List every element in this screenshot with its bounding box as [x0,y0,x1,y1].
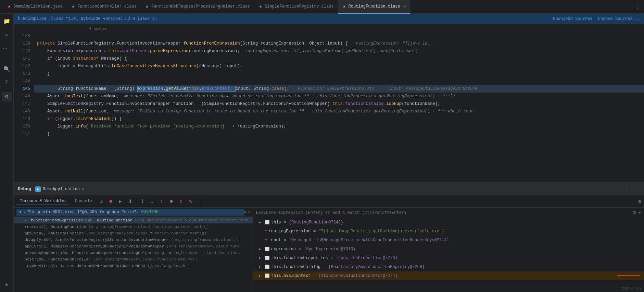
frame-item-0[interactable]: ⇨ functionFromExpression:201, RoutingFun… [14,217,253,223]
frame-item-6[interactable]: post:108, FunctionController (org.spring… [14,256,253,263]
download-sources-button[interactable]: Download Sources [553,16,592,21]
debug-toolbar: Threads & Variables Console ↺ ■ ▶ ⏸ ⤵ ↓ … [14,195,644,208]
eval-down-icon[interactable]: ▾ [639,210,641,216]
var-value-expression: {SpelExpression@7313} [304,246,355,253]
svg-marker-1 [617,274,619,277]
var-item-this[interactable]: ▶ ⬜ this = {RoutingFunction@7248} [253,218,644,227]
frame-item-7[interactable]: invokeVirtual:-1, LambdaForm$DMH/0x00000… [14,263,253,269]
tab-console[interactable]: Console [72,198,96,205]
var-type-icon-eval: ⬜ [265,272,270,279]
structure-icon[interactable]: T [2,78,12,88]
more-icon[interactable]: ··· [2,44,12,53]
tab-more-button[interactable]: ⋮ [632,3,644,10]
debug-title: Debug [18,186,31,192]
debug-more-button[interactable]: ⋮ [624,186,630,193]
var-eq-input: = [284,237,286,244]
run-cursor-button[interactable]: ⊕ [167,197,175,206]
var-item-eval-context[interactable]: ▶ ⬜ this.evalContext = {StandardEvaluati… [253,271,644,280]
info-bar-actions: Download Sources Choose Sources... [553,16,640,21]
var-item-func-props[interactable]: ▶ ⬜ this.functionProperties = {FunctionP… [253,254,644,263]
frame-item-5[interactable]: processRequest:100, FunctionWebRequestPr… [14,250,253,256]
var-value-routing: "T(java.lang.Runtime).getRuntime().exec(… [318,228,446,235]
debug-body: ▼ ✔ "http-nio-8081-exec-1"@5,405 in grou… [14,208,644,292]
variables-panel: ⊡ ▾ ▶ ⬜ this = {RoutingFunction@7248} [253,208,644,292]
var-item-expression[interactable]: ▶ ⬜ expression = {SpelExpression@7313} [253,245,644,254]
code-scroll: 138 139 140 141 142 143 144 145 146 147 … [14,24,644,182]
frame-label-6: post:108, FunctionController (org.spring… [25,257,197,261]
step-over-button[interactable]: ⤵ [138,197,147,206]
session-close-button[interactable]: ✕ [82,186,85,192]
var-item-routing[interactable]: ⊕ routingExpression = "T(java.lang.Runti… [253,227,644,236]
code-line-149: if (logger.isInfoEnabled()) { [34,115,644,123]
info-message: Decompiled .class file, bytecode version… [22,16,157,21]
var-value-this: {RoutingFunction@7248} [289,219,343,226]
class-icon-2: ◉ [145,4,150,9]
stop-all-button[interactable]: ⊘ [177,197,185,206]
eval-input[interactable] [256,210,633,215]
var-value-input: {MessageUtils$MessageStructureWithCaseIn… [289,237,449,244]
thread-header-row: ▼ ✔ "http-nio-8081-exec-1"@5,405 in grou… [14,208,253,217]
tab-simple-registry[interactable]: ◉ SimpleFunctionRegistry.class [254,0,338,14]
tab-func-controller[interactable]: ◉ FunctionController.class [67,0,141,14]
var-type-icon-func-props: ⬜ [265,255,270,261]
debug-session: ▶ DemoApplication ✕ [35,186,85,192]
editor-area: ℹ Decompiled .class file, bytecode versi… [14,14,644,292]
project-icon[interactable]: 📁 [2,16,12,26]
info-bar: ℹ Decompiled .class file, bytecode versi… [14,14,644,24]
resume-button[interactable]: ▶ [116,197,124,206]
toolbar-separator [136,199,136,204]
eval-expand-icon[interactable]: ⊡ [633,210,635,216]
var-item-input[interactable]: ⊕ input = {MessageUtils$MessageStructure… [253,236,644,245]
code-line-141: if (input instanceof Message) { [34,55,644,62]
class-icon-4: ◉ [342,4,347,9]
more-debug-button[interactable]: ⋮ [196,197,204,206]
tab-close-icon[interactable]: ✕ [404,4,406,9]
filter-icon[interactable]: ⊟ [244,210,247,215]
main-layout: 📁 ⊞ ··· 🔍 T ⚙ ◈ ℹ Decompiled .class file… [0,14,644,292]
stop-button[interactable]: ■ [106,197,115,206]
var-eq-expression: = [299,246,301,253]
frame-item-2[interactable]: apply:86, RoutingFunction (org.springfra… [14,230,253,236]
code-line-150: logger.info("Resolved function from prov… [34,123,644,130]
choose-sources-button[interactable]: Choose Sources... [598,16,640,21]
bookmarks-icon[interactable]: ⊞ [2,30,12,40]
tab-demo-app[interactable]: ◉ DemoApplication.java [3,0,67,14]
main-thread-item[interactable]: ▼ ✔ "http-nio-8081-exec-1"@5,405 in grou… [16,209,244,216]
tab-routing-func[interactable]: ◉ RoutingFunction.class ✕ [338,0,410,14]
thread-menu-icon[interactable]: ▾ [248,210,250,215]
edit-button[interactable]: ✎ [186,197,194,206]
var-type-icon-this: ⬜ [265,219,270,226]
var-expand-icon-expression: ▶ [259,246,264,253]
code-line-146: Assert.hasText(functionName, message: "F… [34,93,644,100]
var-expand-icon-input [259,237,264,244]
code-line-138 [34,32,644,40]
rerun-button[interactable]: ↺ [97,197,105,206]
step-into-button[interactable]: ↓ [148,197,156,206]
expand-panel-button[interactable]: ⊞ [639,198,641,204]
debug-icon[interactable]: ⚙ [2,92,12,101]
tab-threads-variables[interactable]: Threads & Variables [16,198,70,205]
frame-label-4: apply:551, SimpleFunctionRegistry$Functi… [25,244,240,248]
red-arrow-annotation [617,271,644,280]
search-icon[interactable]: 🔍 [2,64,12,74]
thread-expand-icon: ▼ [19,210,22,214]
step-out-button[interactable]: ↑ [157,197,166,206]
var-expand-icon-func-props: ▶ [259,255,264,261]
left-sidebar: 📁 ⊞ ··· 🔍 T ⚙ ◈ [0,14,14,292]
var-item-func-catalog[interactable]: ▶ ⬜ this.functionCatalog = {BeanFactoryA… [253,263,644,271]
code-line-145: 💡 String functionName = (String) express… [34,85,644,93]
var-eq-func-props: = [331,255,333,261]
var-eq-eval: = [313,272,316,279]
code-line-139: private SimpleFunctionRegistry.FunctionI… [34,40,644,47]
debug-minimize-button[interactable]: — [636,186,640,192]
plugins-icon[interactable]: ◈ [2,280,12,289]
var-value-func-props: {FunctionProperties@7276} [336,255,397,261]
var-name-input: input [269,237,281,244]
var-expand-icon-eval: ▶ [259,272,264,279]
pause-button[interactable]: ⏸ [126,197,134,206]
tab-func-web[interactable]: ◉ FunctionWebRequestProcessingHelper.cla… [141,0,254,14]
frame-item-1[interactable]: route:127, RoutingFunction (org.springfr… [14,223,253,230]
frame-item-4[interactable]: apply:551, SimpleFunctionRegistry$Functi… [14,243,253,250]
usages-label: 4 usages [34,25,644,32]
frame-item-3[interactable]: doApply:699, SimpleFunctionRegistry$Func… [14,236,253,243]
